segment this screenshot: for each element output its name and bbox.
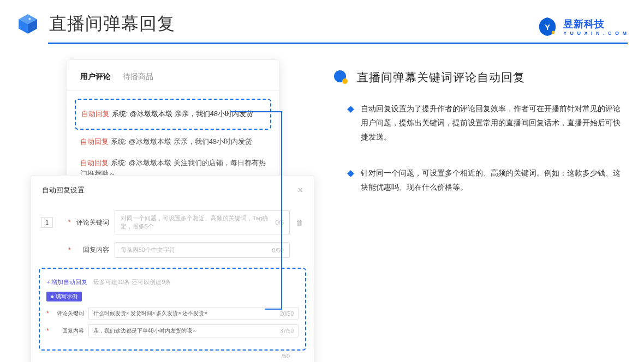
brand-icon: Y	[537, 16, 558, 37]
delete-icon[interactable]: 🗑	[296, 219, 303, 227]
tab-pending-goods[interactable]: 待播商品	[123, 72, 153, 82]
cube-icon	[16, 13, 39, 35]
brand-logo: Y 昱新科技 Y U U X I N . C O M	[537, 16, 628, 37]
example-keyword-input[interactable]: 什么时候发货× 发货时间× 多久发货× 还不发货× 20/50	[88, 307, 299, 320]
diamond-icon	[347, 170, 354, 177]
keyword-input[interactable]: 对同一个问题，可设置多个相近、高频的关键词，Tag确定，最多5个0/5	[115, 210, 290, 234]
page-header: 直播间弹幕回复 Y 昱新科技 Y U U X I N . C O M	[0, 0, 644, 43]
tab-user-comments[interactable]: 用户评论	[80, 72, 111, 82]
close-icon[interactable]: ×	[298, 185, 303, 195]
svg-text:Y: Y	[545, 22, 550, 32]
example-badge: ● 填写示例	[46, 292, 82, 301]
comments-panel: 用户评论 待播商品 自动回复 系统: @冰墩墩本墩 亲亲，我们48小时内发货 自…	[67, 59, 279, 191]
auto-reply-settings-panel: 自动回复设置 × 1 * 评论关键词 对同一个问题，可设置多个相近、高频的关键词…	[31, 175, 314, 362]
footer-count: /50	[31, 351, 314, 359]
order-number: 1	[41, 217, 53, 228]
brand-domain: Y U U X I N . C O M	[563, 31, 628, 36]
example-section: + 增加自动回复 最多可建10条 还可以创建9条 ● 填写示例 *评论关键词 什…	[39, 268, 306, 351]
page-title: 直播间弹幕回复	[49, 12, 175, 36]
add-reply-link[interactable]: + 增加自动回复	[46, 279, 87, 285]
comment-item: 自动回复 系统: @冰墩墩本墩 亲亲，我们48小时内发货	[80, 133, 266, 151]
screenshots-area: 用户评论 待播商品 自动回复 系统: @冰墩墩本墩 亲亲，我们48小时内发货 自…	[16, 55, 311, 339]
chat-bubble-icon	[333, 69, 349, 86]
field-label: 评论关键词	[73, 218, 109, 227]
diamond-icon	[347, 106, 354, 113]
section-title: 直播间弹幕关键词评论自动回复	[357, 70, 525, 85]
svg-point-5	[552, 31, 555, 34]
reply-input[interactable]: 每条限50个中文字符0/50	[115, 242, 290, 258]
brand-name: 昱新科技	[563, 17, 628, 31]
add-tip: 最多可建10条 还可以创建9条	[93, 279, 171, 285]
panel-title: 自动回复设置	[31, 185, 314, 195]
svg-point-7	[342, 79, 348, 84]
svg-point-3	[29, 18, 31, 20]
highlighted-comment: 自动回复 系统: @冰墩墩本墩 亲亲，我们48小时内发货	[75, 99, 271, 130]
example-reply-input[interactable]: 亲，我们这边都是下单48小时内发货的哦～ 37/50	[88, 324, 299, 337]
bullet-point: 针对同一个问题，可设置多个相近的、高频的关键词。例如：这款多少钱、这块能优惠吗、…	[333, 166, 628, 195]
bullet-point: 自动回复设置为了提升作者的评论回复效率，作者可在开播前针对常见的评论用户问题，提…	[333, 102, 628, 144]
description-area: 直播间弹幕关键词评论自动回复 自动回复设置为了提升作者的评论回复效率，作者可在开…	[333, 55, 628, 339]
field-label: 回复内容	[73, 245, 109, 255]
